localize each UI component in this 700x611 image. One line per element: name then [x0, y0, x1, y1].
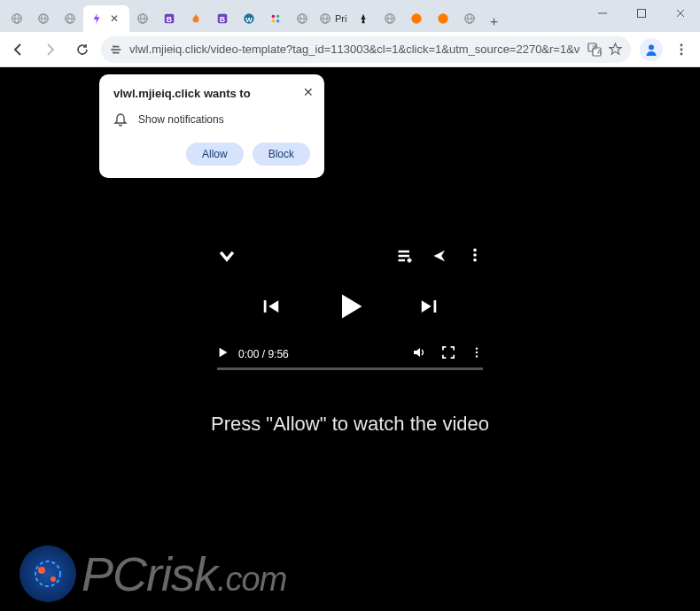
arrow-left-icon: [11, 42, 27, 58]
svg-point-48: [681, 43, 683, 46]
tab-16[interactable]: [456, 5, 483, 32]
forward-button[interactable]: [37, 36, 64, 63]
window-close-button[interactable]: [661, 0, 700, 27]
permission-close-button[interactable]: ✕: [303, 85, 314, 99]
permission-title: vlwl.mjieiq.click wants to: [113, 87, 310, 100]
toolbar-actions: [636, 36, 695, 63]
more-small-icon[interactable]: [471, 346, 483, 361]
person-icon: [357, 12, 369, 25]
globe-icon: [384, 12, 396, 25]
reload-icon: [75, 43, 89, 57]
menu-button[interactable]: [668, 36, 695, 63]
site-settings-icon[interactable]: [110, 43, 122, 56]
more-icon[interactable]: [467, 247, 483, 268]
firefox-icon: [437, 12, 449, 25]
tab-0[interactable]: [4, 5, 30, 32]
svg-text:W: W: [245, 16, 253, 24]
back-button[interactable]: [5, 36, 32, 63]
globe-icon: [463, 12, 476, 25]
svg-point-56: [473, 249, 477, 252]
letter-b-icon: B: [216, 12, 229, 25]
letter-b-icon: B: [163, 12, 175, 25]
tab-8[interactable]: W: [236, 5, 262, 32]
bell-icon: [113, 112, 128, 127]
progress-bar[interactable]: [217, 367, 483, 370]
svg-point-63: [476, 355, 478, 357]
browser-titlebar: ✕ B B W Pri ＋: [0, 0, 700, 32]
tab-1[interactable]: [30, 5, 57, 32]
tab-2[interactable]: [57, 5, 83, 32]
window-controls: [583, 0, 700, 27]
chevron-down-icon[interactable]: [217, 246, 237, 269]
window-maximize-button[interactable]: [622, 0, 661, 27]
person-icon: [644, 43, 658, 57]
tab-label: Pri: [335, 13, 346, 24]
next-track-icon[interactable]: [419, 297, 439, 320]
playlist-add-icon[interactable]: [396, 247, 414, 268]
url-text: vlwl.mjieiq.click/video-template?tag_id=…: [129, 43, 580, 56]
svg-point-31: [412, 13, 422, 23]
svg-text:B: B: [220, 15, 225, 24]
translate-icon[interactable]: 文A: [587, 43, 602, 57]
tab-15[interactable]: [430, 5, 456, 32]
kebab-icon: [674, 43, 688, 57]
svg-point-20: [272, 19, 276, 23]
svg-point-41: [111, 48, 113, 50]
svg-text:B: B: [167, 15, 172, 24]
allow-button[interactable]: Allow: [186, 143, 244, 166]
volume-icon[interactable]: [412, 345, 426, 362]
tab-10[interactable]: [289, 5, 315, 32]
tab-6[interactable]: [183, 5, 209, 32]
svg-point-57: [473, 253, 477, 257]
close-tab-icon[interactable]: ✕: [106, 12, 122, 25]
svg-point-64: [35, 561, 60, 586]
svg-point-65: [38, 567, 45, 574]
svg-point-49: [681, 48, 683, 50]
tab-14[interactable]: [403, 5, 430, 32]
tab-12[interactable]: [350, 5, 377, 32]
fullscreen-icon[interactable]: [442, 346, 455, 361]
share-icon[interactable]: [432, 247, 449, 268]
globe-icon: [11, 12, 23, 25]
window-minimize-button[interactable]: [583, 0, 622, 27]
logo-icon: [27, 553, 69, 595]
svg-point-61: [476, 347, 478, 349]
reload-button[interactable]: [69, 36, 96, 63]
arrow-right-icon: [43, 42, 58, 58]
close-icon: [675, 8, 686, 19]
svg-point-19: [276, 15, 280, 19]
new-tab-button[interactable]: ＋: [483, 11, 504, 32]
minimize-icon: [597, 8, 608, 19]
svg-rect-59: [264, 300, 267, 313]
tab-3-active[interactable]: ✕: [83, 5, 129, 32]
svg-point-42: [113, 51, 115, 54]
svg-point-58: [473, 259, 477, 262]
tab-5[interactable]: B: [156, 5, 183, 32]
globe-icon: [319, 12, 331, 25]
watermark-logo: [19, 545, 76, 602]
bookmark-icon[interactable]: [609, 43, 622, 56]
play-small-icon[interactable]: [217, 346, 229, 361]
svg-point-40: [113, 45, 115, 48]
tab-9[interactable]: [262, 5, 289, 32]
play-button[interactable]: [334, 290, 366, 326]
lightning-icon: [90, 12, 103, 25]
svg-point-18: [272, 15, 276, 19]
previous-track-icon[interactable]: [261, 297, 281, 320]
block-button[interactable]: Block: [253, 143, 310, 166]
wordpress-icon: W: [243, 12, 255, 25]
tab-13[interactable]: [377, 5, 403, 32]
address-bar[interactable]: vlwl.mjieiq.click/video-template?tag_id=…: [101, 36, 631, 63]
tab-11[interactable]: Pri: [315, 5, 350, 32]
dots-icon: [269, 12, 282, 25]
svg-point-62: [476, 352, 478, 353]
watermark-text: PCrisk.com: [82, 546, 286, 602]
svg-rect-37: [638, 10, 646, 18]
globe-icon: [296, 12, 308, 25]
svg-point-47: [649, 44, 654, 50]
tab-4[interactable]: [129, 5, 156, 32]
tab-7[interactable]: B: [209, 5, 236, 32]
profile-button[interactable]: [640, 38, 663, 61]
time-display: 0:00 / 9:56: [238, 348, 289, 360]
globe-icon: [136, 12, 149, 25]
